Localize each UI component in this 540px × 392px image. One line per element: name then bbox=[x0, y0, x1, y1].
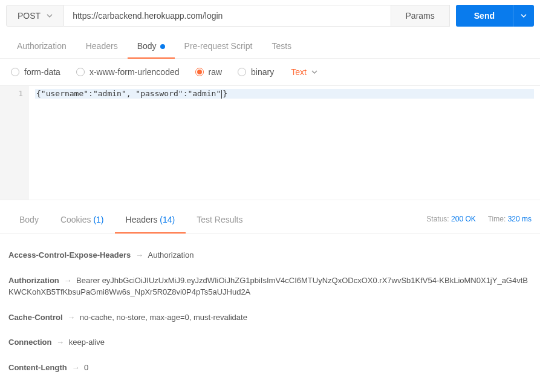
radio-icon bbox=[76, 68, 85, 76]
tab-tests[interactable]: Tests bbox=[262, 38, 301, 58]
tab-authorization[interactable]: Authorization bbox=[7, 38, 76, 58]
chevron-down-icon bbox=[521, 14, 527, 18]
arrow-icon: → bbox=[54, 338, 67, 347]
header-row: Connection → keep-alive bbox=[8, 336, 532, 348]
status-value: 200 OK bbox=[451, 215, 476, 223]
tab-headers[interactable]: Headers bbox=[76, 38, 128, 58]
chevron-down-icon bbox=[47, 14, 53, 18]
method-select[interactable]: POST bbox=[6, 5, 64, 27]
chevron-down-icon bbox=[311, 70, 317, 74]
radio-formdata[interactable]: form-data bbox=[11, 67, 60, 77]
radio-icon bbox=[195, 68, 204, 76]
arrow-icon: → bbox=[70, 363, 82, 372]
body-editor[interactable]: 1 {"username":"admin", "password":"admin… bbox=[0, 85, 540, 200]
code-area[interactable]: {"username":"admin", "password":"admin"} bbox=[29, 86, 540, 200]
header-name: Access-Control-Expose-Headers bbox=[8, 250, 131, 260]
resp-tab-cookies[interactable]: Cookies (1) bbox=[50, 211, 115, 233]
request-tabs: Authorization Headers Body Pre-request S… bbox=[0, 31, 540, 59]
header-name: Authorization bbox=[8, 276, 59, 285]
arrow-icon: → bbox=[65, 313, 77, 322]
radio-raw[interactable]: raw bbox=[195, 67, 223, 77]
header-value: Authorization bbox=[148, 250, 194, 260]
header-name: Cache-Control bbox=[8, 313, 63, 322]
method-label: POST bbox=[18, 11, 41, 21]
header-value: 0 bbox=[84, 363, 88, 372]
tab-prerequest[interactable]: Pre-request Script bbox=[175, 38, 262, 58]
code-line: {"username":"admin", "password":"admin"} bbox=[36, 89, 227, 98]
send-button[interactable]: Send bbox=[456, 5, 513, 27]
url-input[interactable] bbox=[64, 5, 391, 27]
resp-tab-testresults[interactable]: Test Results bbox=[186, 211, 253, 233]
response-headers-list: Access-Control-Expose-Headers → Authoriz… bbox=[0, 234, 540, 392]
header-name: Connection bbox=[8, 338, 52, 347]
header-name: Content-Length bbox=[8, 363, 67, 372]
arrow-icon: → bbox=[133, 250, 145, 260]
send-dropdown-button[interactable] bbox=[513, 5, 534, 27]
header-value: no-cache, no-store, max-age=0, must-reva… bbox=[80, 313, 247, 322]
radio-icon bbox=[11, 68, 19, 76]
header-row: Content-Length → 0 bbox=[8, 362, 532, 374]
resp-tab-body[interactable]: Body bbox=[8, 211, 50, 233]
content-type-dropdown[interactable]: Text bbox=[291, 67, 317, 77]
arrow-icon: → bbox=[62, 276, 74, 285]
header-value: Bearer eyJhbGciOiJIUzUxMiJ9.eyJzdWIiOiJh… bbox=[8, 276, 528, 297]
body-type-selector: form-data x-www-form-urlencoded raw bina… bbox=[0, 59, 540, 85]
line-gutter: 1 bbox=[0, 86, 29, 200]
header-row: Access-Control-Expose-Headers → Authoriz… bbox=[8, 249, 532, 261]
response-tabs: Body Cookies (1) Headers (14) Test Resul… bbox=[8, 211, 254, 233]
resp-tab-headers[interactable]: Headers (14) bbox=[115, 211, 186, 233]
time-value: 320 ms bbox=[508, 215, 532, 223]
radio-binary[interactable]: binary bbox=[238, 67, 274, 77]
params-button[interactable]: Params bbox=[391, 5, 450, 27]
radio-urlencoded[interactable]: x-www-form-urlencoded bbox=[76, 67, 180, 77]
unsaved-dot-icon bbox=[160, 44, 165, 49]
radio-icon bbox=[238, 68, 246, 76]
response-stats: Status: 200 OK Time: 320 ms bbox=[426, 215, 532, 229]
tab-body[interactable]: Body bbox=[128, 38, 175, 58]
header-row: Authorization → Bearer eyJhbGciOiJIUzUxM… bbox=[8, 275, 532, 298]
header-row: Cache-Control → no-cache, no-store, max-… bbox=[8, 312, 532, 324]
header-value: keep-alive bbox=[69, 338, 105, 347]
